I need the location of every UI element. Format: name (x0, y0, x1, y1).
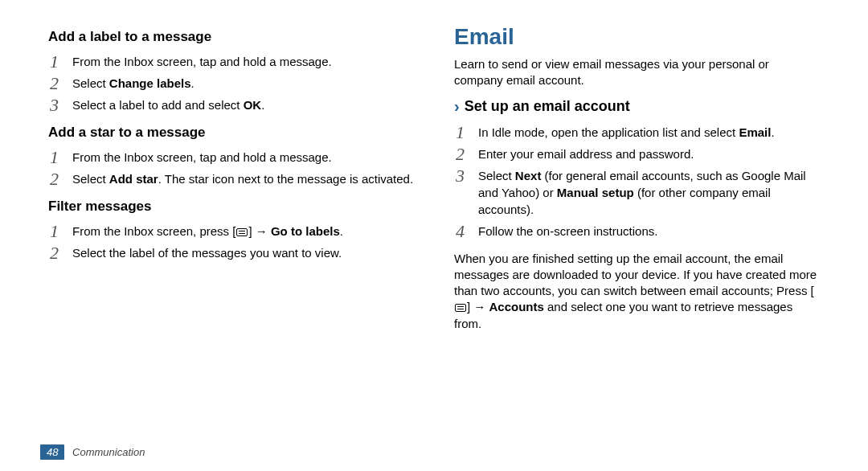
step: Enter your email address and password. (454, 145, 820, 162)
chevron-icon: › (454, 97, 460, 116)
page: Add a label to a message From the Inbox … (0, 0, 868, 471)
bold: Accounts (489, 300, 544, 313)
bold: Change labels (109, 76, 191, 90)
text: . The star icon next to the message is a… (158, 172, 413, 186)
topic-add-label: Add a label to a message (48, 29, 414, 45)
step-text: From the Inbox screen, tap and hold a me… (72, 150, 332, 164)
text: ] → (248, 224, 271, 238)
topic-filter: Filter messages (48, 199, 414, 215)
text: Select (72, 76, 109, 90)
text: . (340, 224, 343, 238)
step-text: Follow the on-screen instructions. (478, 224, 657, 238)
text: . (261, 98, 264, 112)
menu-icon (236, 228, 248, 236)
steps-setup: In Idle mode, open the application list … (454, 124, 820, 240)
bold: Next (515, 169, 542, 182)
section-title-email: Email (454, 24, 820, 50)
text: ] → (467, 300, 489, 313)
text: Select a label to add and select (72, 98, 244, 112)
step: In Idle mode, open the application list … (454, 124, 820, 141)
text: Select (478, 169, 515, 182)
text: In Idle mode, open the application list … (478, 125, 739, 139)
intro-text: Learn to send or view email messages via… (454, 56, 820, 89)
step-text: Select the label of the messages you wan… (72, 246, 342, 260)
subsection-label: Set up an email account (465, 98, 630, 115)
steps-add-star: From the Inbox screen, tap and hold a me… (48, 149, 414, 187)
step: From the Inbox screen, press [] → Go to … (48, 223, 414, 240)
text: When you are finished setting up the ema… (454, 252, 817, 298)
chapter-name: Communication (72, 446, 145, 458)
page-number: 48 (40, 444, 64, 460)
step: From the Inbox screen, tap and hold a me… (48, 53, 414, 70)
subsection-setup: › Set up an email account (454, 97, 820, 116)
closing-para: When you are finished setting up the ema… (454, 251, 820, 332)
step: From the Inbox screen, tap and hold a me… (48, 149, 414, 166)
step: Follow the on-screen instructions. (454, 223, 820, 240)
step-text: From the Inbox screen, tap and hold a me… (72, 55, 332, 68)
step: Select Next (for general email accounts,… (454, 167, 820, 218)
text: . (191, 76, 194, 90)
bold: Go to labels (271, 224, 340, 238)
step: Select a label to add and select OK. (48, 96, 414, 113)
step: Select Change labels. (48, 75, 414, 92)
step: Select the label of the messages you wan… (48, 244, 414, 261)
left-column: Add a label to a message From the Inbox … (40, 24, 434, 463)
steps-filter: From the Inbox screen, press [] → Go to … (48, 223, 414, 261)
menu-icon (455, 304, 466, 312)
steps-add-label: From the Inbox screen, tap and hold a me… (48, 53, 414, 113)
text: From the Inbox screen, press [ (72, 224, 235, 238)
bold: OK (244, 98, 262, 112)
step-text: Enter your email address and password. (478, 147, 694, 161)
text: . (771, 125, 774, 139)
bold: Add star (109, 172, 158, 186)
right-column: Email Learn to send or view email messag… (434, 24, 828, 463)
step: Select Add star. The star icon next to t… (48, 170, 414, 187)
footer: 48 Communication (40, 446, 145, 458)
text: Select (72, 172, 109, 186)
topic-add-star: Add a star to a message (48, 125, 414, 141)
bold: Manual setup (557, 186, 634, 199)
bold: Email (739, 125, 771, 139)
